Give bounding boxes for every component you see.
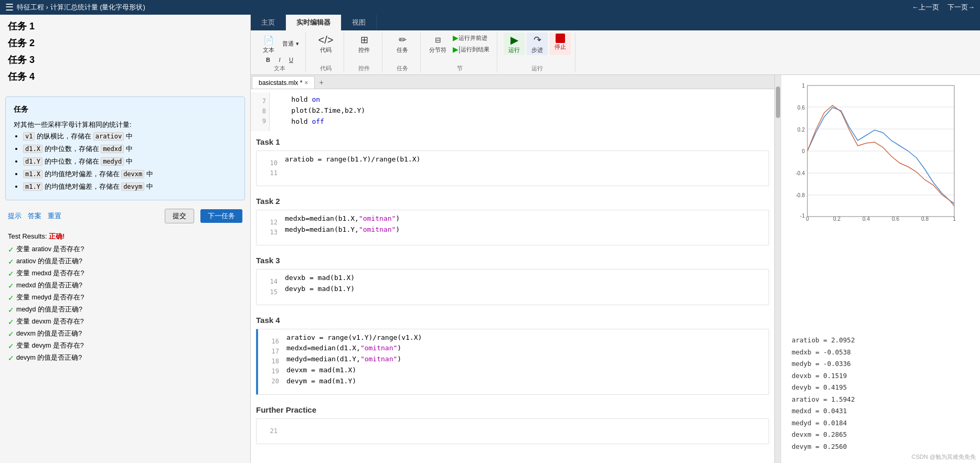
- chart-panel: 1 0.6 0.2 0 -0.4 -0.8 -1 0 0.2 0.4 0.6 0…: [781, 75, 980, 463]
- result-devxb: devxb = 0.1519: [792, 370, 970, 382]
- editor-pane: basicstats.mlx * × + 789 hold on plot: [251, 75, 774, 463]
- svg-text:0.4: 0.4: [862, 216, 870, 222]
- task1-line-11: [285, 165, 420, 176]
- answer-link[interactable]: 答案: [28, 211, 41, 221]
- task-item-4[interactable]: 任务 4: [8, 70, 242, 83]
- editor-scroll[interactable]: 789 hold on plot(b2.Time,b2.Y) hold off …: [251, 89, 774, 463]
- reset-link[interactable]: 重置: [48, 211, 61, 221]
- code-lines-top[interactable]: hold on plot(b2.Time,b2.Y) hold off: [270, 92, 370, 131]
- task-box-item-1: d1.X 的中位数，存储在 medxd 中: [23, 143, 237, 155]
- task3-code-content[interactable]: devxb = mad(b1.X) devyb = mad(b1.Y): [281, 273, 355, 301]
- task4-line-18: medyd=median(d1.Y,"omitnan"): [286, 354, 422, 365]
- normal-button[interactable]: 普通 ▾: [280, 39, 301, 49]
- task1-code-content[interactable]: aratiob = range(b1.Y)/range(b1.X): [281, 154, 420, 182]
- task2-code[interactable]: 1213 medxb=median(b1.X,"omitnan") medyb=…: [256, 210, 769, 245]
- task4-code-content[interactable]: aratiov = range(v1.Y)/range(v1.X) medxd=…: [282, 332, 422, 391]
- tab-filename: basicstats.mlx *: [259, 79, 302, 87]
- result-medyd: medyd = 0.0184: [792, 417, 970, 429]
- code-icon: </>: [319, 34, 332, 46]
- run-to-end-button[interactable]: ▶| 运行到结果: [451, 44, 493, 55]
- controls-button[interactable]: ⊞ 控件: [350, 33, 378, 55]
- further-practice-section: Further Practice 21: [251, 399, 774, 448]
- tasks-icon: ✏: [396, 34, 409, 46]
- task4-line-numbers: 1617181920: [263, 332, 282, 391]
- toolbar-tabs: 主页 实时编辑器 视图: [251, 15, 980, 30]
- editor-scrollbar[interactable]: [774, 75, 781, 463]
- task2-line-13: medyb=median(b1.Y,"omitnan"): [285, 224, 400, 235]
- run-button[interactable]: ▶ 运行: [504, 33, 525, 55]
- result-medxb: medxb = -0.0538: [792, 347, 970, 359]
- task-item-3[interactable]: 任务 3: [8, 53, 242, 66]
- text-icon: 📄: [262, 34, 275, 46]
- prev-page-button[interactable]: ←上一页: [912, 3, 939, 12]
- svg-text:0.2: 0.2: [833, 216, 840, 222]
- result-aratiob: aratiob = 2.0952: [792, 335, 970, 347]
- tab-home[interactable]: 主页: [251, 15, 286, 30]
- left-panel: 任务 1 任务 2 任务 3 任务 4 任务 对其他一些采样字母计算相同的统计量…: [0, 15, 251, 463]
- main-layout: 任务 1 任务 2 任务 3 任务 4 任务 对其他一些采样字母计算相同的统计量…: [0, 15, 980, 463]
- submit-button[interactable]: 提交: [165, 209, 194, 223]
- next-task-button[interactable]: 下一任务: [200, 209, 242, 223]
- section-group-label: 节: [457, 64, 463, 72]
- test-results-status: 正确!: [49, 232, 65, 240]
- test-result-list: ✓变量 aratiov 是否存在? ✓aratiov 的值是否正确? ✓变量 m…: [0, 243, 250, 364]
- further-practice-code[interactable]: 21: [256, 418, 769, 444]
- hint-link[interactable]: 提示: [8, 211, 22, 221]
- controls-group-label: 控件: [358, 64, 370, 72]
- task3-code[interactable]: 1415 devxb = mad(b1.X) devyb = mad(b1.Y): [256, 269, 769, 305]
- text-button[interactable]: 📄 文本: [258, 33, 279, 55]
- tasks-button[interactable]: ✏ 任务: [389, 33, 416, 55]
- underline-button[interactable]: U: [286, 56, 296, 63]
- svg-text:0.8: 0.8: [921, 216, 929, 222]
- task-item-2[interactable]: 任务 2: [8, 37, 242, 49]
- run-icon: ▶: [508, 34, 520, 46]
- toolbar-group-text: 📄 文本 普通 ▾ B I U 文本: [254, 33, 306, 72]
- code-button[interactable]: </> 代码: [312, 33, 339, 55]
- test-result-1: ✓aratiov 的值是否正确?: [0, 255, 250, 267]
- svg-text:0: 0: [806, 216, 809, 222]
- task-box-item-4: m1.Y 的均值绝对偏差，存储在 devym 中: [23, 181, 237, 192]
- step-button[interactable]: ↷ 步进: [527, 33, 548, 55]
- toolbar-group-controls: ⊞ 控件 控件: [346, 33, 382, 72]
- section-break-button[interactable]: ⊟ 分节符: [427, 33, 449, 55]
- code-line-8: plot(b2.Time,b2.Y): [275, 105, 365, 116]
- tab-close-icon[interactable]: ×: [304, 79, 308, 87]
- task3-line-14: devxb = mad(b1.X): [285, 273, 355, 284]
- bold-button[interactable]: B: [263, 56, 273, 63]
- menu-icon[interactable]: ☰: [5, 2, 14, 13]
- code-group-label: 代码: [320, 64, 332, 72]
- step-icon: ↷: [531, 34, 544, 46]
- italic-button[interactable]: I: [274, 56, 285, 63]
- svg-text:-0.8: -0.8: [796, 192, 805, 198]
- task3-line-numbers: 1415: [262, 273, 281, 301]
- tab-live-editor[interactable]: 实时编辑器: [286, 15, 342, 30]
- further-code-content[interactable]: [281, 422, 289, 440]
- task3-header: Task 3: [256, 256, 769, 265]
- task-item-1[interactable]: 任务 1: [8, 20, 242, 33]
- scrollbar-thumb[interactable]: [776, 87, 780, 118]
- task-box-item-0: v1 的纵横比，存储在 aratiov 中: [23, 131, 237, 142]
- test-result-7: ✓devxm 的值是否正确?: [0, 328, 250, 340]
- run-and-advance-button[interactable]: ▶ 运行并前进: [451, 33, 493, 43]
- editor-area: basicstats.mlx * × + 789 hold on plot: [251, 75, 980, 463]
- task1-code[interactable]: 1011 aratiob = range(b1.Y)/range(b1.X): [256, 150, 769, 186]
- watermark: CSDN @勉为其难免免免: [912, 453, 976, 461]
- svg-text:0.2: 0.2: [797, 127, 805, 133]
- next-page-button[interactable]: 下一页→: [947, 3, 975, 12]
- svg-text:-1: -1: [800, 213, 805, 219]
- svg-text:0.6: 0.6: [797, 105, 805, 111]
- add-tab-button[interactable]: +: [315, 76, 327, 89]
- section-break-icon: ⊟: [432, 34, 444, 46]
- test-results-label: Test Results:: [8, 232, 47, 240]
- task2-code-content[interactable]: medxb=median(b1.X,"omitnan") medyb=media…: [281, 213, 400, 242]
- tab-view[interactable]: 视图: [342, 15, 377, 30]
- editor-tab-basicstats[interactable]: basicstats.mlx * ×: [252, 76, 315, 89]
- result-devym: devym = 0.2560: [792, 441, 970, 453]
- task-box-desc: 对其他一些采样字母计算相同的统计量:: [14, 119, 237, 131]
- test-result-4: ✓变量 medyd 是否存在?: [0, 292, 250, 304]
- tasks-group-label: 任务: [397, 64, 408, 72]
- task4-code[interactable]: 1617181920 aratiov = range(v1.Y)/range(v…: [256, 329, 769, 395]
- toolbar-group-tasks: ✏ 任务 任务: [385, 33, 421, 72]
- result-devyb: devyb = 0.4195: [792, 382, 970, 394]
- stop-button[interactable]: 停止: [550, 33, 571, 55]
